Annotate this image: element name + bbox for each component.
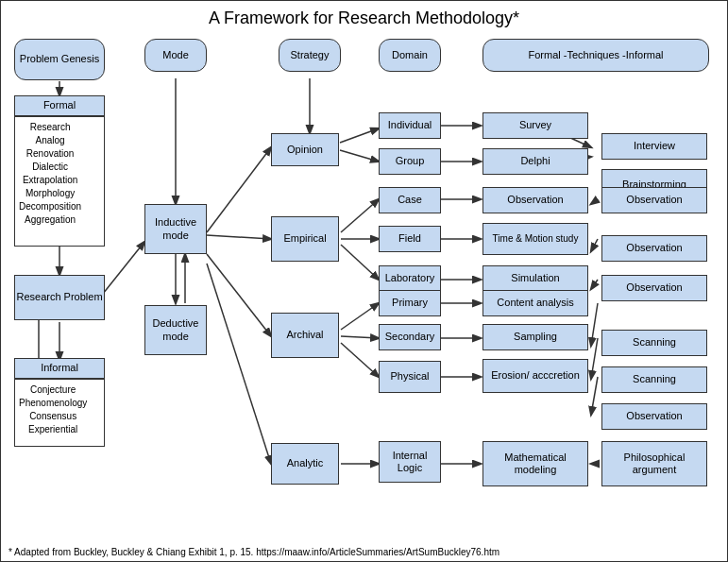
interview-box: Interview [601,133,707,160]
survey-box: Survey [483,112,588,139]
formal-list-box: Research Analog Renovation Dialectic Ext… [14,116,105,247]
svg-line-37 [591,338,598,379]
svg-line-36 [591,303,598,346]
svg-line-17 [341,245,379,280]
sampling-box: Sampling [483,324,588,350]
internal-logic-box: Internal Logic [379,441,441,483]
footer-note: * Adapted from Buckley, Buckley & Chiang… [8,547,499,557]
empirical-box: Empirical [271,216,339,262]
individual-box: Individual [379,112,441,139]
svg-line-35 [591,280,598,289]
time-motion-box: Time & Motion study [483,223,588,255]
svg-line-20 [341,343,379,377]
informal-list-box: Conjecture Phenomenology Consensus Exper… [14,379,105,447]
domain-header-box: Domain [379,39,441,72]
research-problem-box: Research Problem [14,275,105,320]
page-title: A Framework for Research Methodology* [1,1,727,32]
svg-line-14 [340,150,379,162]
svg-line-12 [207,264,271,464]
field-box: Field [379,226,441,252]
formal-box: Formal [14,95,105,116]
laboratory-box: Laboratory [379,265,441,292]
svg-line-33 [591,199,598,204]
delphi-box: Delphi [483,148,588,175]
inductive-mode-box: Inductive mode [144,204,207,254]
scanning1-box: Scanning [601,330,707,356]
informal-box: Informal [14,358,105,379]
svg-line-11 [207,254,271,336]
physical-box: Physical [379,361,441,393]
svg-line-34 [591,239,598,251]
obs2-box: Observation [601,235,707,262]
svg-line-9 [207,147,271,232]
analytic-box: Analytic [271,443,339,485]
svg-line-10 [207,235,271,239]
content-analysis-box: Content analysis [483,290,588,316]
scanning2-box: Scanning [601,366,707,393]
deductive-mode-box: Deductive mode [144,305,207,355]
obs1-box: Observation [601,187,707,213]
obs3-box: Observation [601,275,707,301]
primary-box: Primary [379,290,441,316]
formal-techniques-header: Formal -Techniques -Informal [483,39,709,72]
erosion-box: Erosion/ acccretion [483,359,588,393]
svg-line-38 [591,377,598,415]
case-box: Case [379,187,441,213]
problem-genesis-box: Problem Genesis [14,39,105,80]
svg-line-13 [340,128,379,143]
simulation-box: Simulation [483,265,588,292]
math-modeling-box: Mathematical modeling [483,441,588,486]
diagram-container: A Framework for Research Methodology* [0,0,728,562]
opinion-box: Opinion [271,133,339,166]
group-box: Group [379,148,441,175]
mode-header-box: Mode [144,39,207,72]
archival-box: Archival [271,313,339,358]
svg-line-7 [103,242,144,294]
svg-line-18 [341,303,379,330]
secondary-box: Secondary [379,324,441,350]
svg-line-15 [341,199,379,232]
philosophical-box: Philosophical argument [601,441,707,486]
strategy-header-box: Strategy [279,39,341,72]
observation-case-box: Observation [483,187,588,213]
svg-line-19 [341,336,379,338]
obs4-box: Observation [601,403,707,430]
